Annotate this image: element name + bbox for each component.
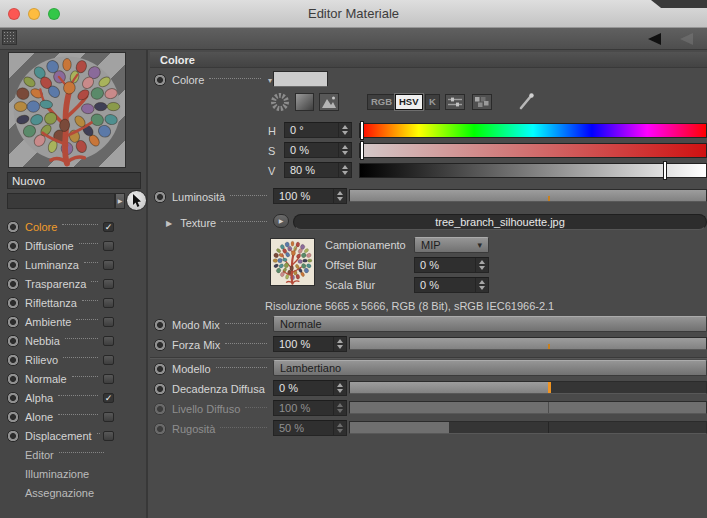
brightness-slider[interactable] xyxy=(349,189,707,202)
mixer-sliders-icon[interactable] xyxy=(445,94,465,110)
mix-strength-stepper[interactable]: 100 % xyxy=(273,336,347,352)
hue-value[interactable]: 0 ° xyxy=(285,124,338,136)
sidebar-item-illuminazione[interactable]: Illuminazione xyxy=(0,464,148,483)
channel-radio[interactable] xyxy=(7,430,19,442)
k-mode-button[interactable]: K xyxy=(425,94,440,110)
sidebar-item-ambiente[interactable]: Ambiente xyxy=(0,312,148,331)
diffuse-falloff-value[interactable]: 0 % xyxy=(274,382,333,394)
sidebar-item-diffusione[interactable]: Diffusione xyxy=(0,236,148,255)
eyedropper-icon[interactable] xyxy=(517,92,537,112)
sidebar-item-rilievo[interactable]: Rilievo xyxy=(0,350,148,369)
sidebar-item-alpha[interactable]: Alpha ✓ xyxy=(0,388,148,407)
color-spectrum-icon[interactable] xyxy=(295,93,314,111)
brightness-stepper[interactable]: 100 % xyxy=(273,188,347,204)
swatches-icon[interactable] xyxy=(472,94,492,110)
scale-blur-stepper[interactable]: 0 % xyxy=(414,277,489,293)
shader-popup-arrow-icon[interactable]: ▶ xyxy=(115,193,125,209)
channel-checkbox[interactable]: ✓ xyxy=(103,393,114,403)
stepper-arrows-icon[interactable] xyxy=(338,143,351,157)
channel-radio[interactable] xyxy=(7,240,19,252)
history-back-icon[interactable] xyxy=(648,33,661,45)
sampling-dropdown[interactable]: MIP ▾ xyxy=(414,237,489,253)
material-name-field[interactable]: Nuovo xyxy=(7,172,141,189)
sidebar-item-luminanza[interactable]: Luminanza xyxy=(0,255,148,274)
model-dropdown[interactable]: Lambertiano xyxy=(273,360,707,376)
diffuse-falloff-slider[interactable] xyxy=(349,381,707,394)
hsv-mode-button[interactable]: HSV xyxy=(395,94,423,110)
sidebar-item-nebbia[interactable]: Nebbia xyxy=(0,331,148,350)
sidebar-item-editor[interactable]: Editor xyxy=(0,445,148,464)
slider-handle[interactable] xyxy=(548,382,551,393)
sidebar-item-normale[interactable]: Normale xyxy=(0,369,148,388)
sidebar-item-displacement[interactable]: Displacement xyxy=(0,426,148,445)
channel-radio[interactable] xyxy=(7,411,19,423)
mix-strength-value[interactable]: 100 % xyxy=(274,338,333,350)
texture-thumbnail[interactable] xyxy=(270,238,315,286)
mix-mode-dropdown[interactable]: Normale xyxy=(273,316,707,332)
channel-checkbox[interactable] xyxy=(103,336,114,346)
value-stepper[interactable]: 80 % xyxy=(284,162,352,178)
param-radio[interactable] xyxy=(154,319,166,331)
saturation-slider-handle[interactable] xyxy=(361,142,363,159)
collapse-arrow-icon[interactable]: ▾ xyxy=(268,76,272,85)
color-wheel-icon[interactable] xyxy=(270,92,290,112)
param-radio[interactable] xyxy=(154,363,166,375)
stepper-arrows-icon[interactable] xyxy=(333,189,346,203)
stepper-arrows-icon[interactable] xyxy=(338,123,351,137)
value-slider-handle[interactable] xyxy=(664,162,666,179)
channel-checkbox[interactable] xyxy=(103,241,114,251)
value-value[interactable]: 80 % xyxy=(285,164,338,176)
saturation-slider[interactable] xyxy=(359,143,707,158)
stepper-arrows-icon[interactable] xyxy=(338,163,351,177)
channel-checkbox[interactable] xyxy=(103,355,114,365)
channel-checkbox[interactable] xyxy=(103,412,114,422)
channel-checkbox[interactable] xyxy=(103,374,114,384)
channel-checkbox[interactable] xyxy=(103,317,114,327)
drag-handle-icon[interactable] xyxy=(2,30,17,45)
channel-radio[interactable] xyxy=(7,373,19,385)
sidebar-item-assegnazione[interactable]: Assegnazione xyxy=(0,483,148,502)
sidebar-item-trasparenza[interactable]: Trasparenza xyxy=(0,274,148,293)
param-radio[interactable] xyxy=(154,339,166,351)
brightness-value[interactable]: 100 % xyxy=(274,190,333,202)
channel-radio[interactable] xyxy=(7,316,19,328)
sidebar-item-riflettanza[interactable]: Riflettanza xyxy=(0,293,148,312)
channel-radio[interactable] xyxy=(7,259,19,271)
pick-material-button[interactable] xyxy=(126,190,147,211)
rgb-mode-button[interactable]: RGB xyxy=(367,94,396,110)
hue-slider[interactable] xyxy=(359,123,707,138)
channel-radio[interactable] xyxy=(7,335,19,347)
material-preview[interactable] xyxy=(8,52,126,168)
shader-field[interactable] xyxy=(7,193,115,209)
texture-file-field[interactable]: tree_branch_silhouette.jpg xyxy=(293,214,707,230)
channel-radio[interactable] xyxy=(7,392,19,404)
channel-checkbox[interactable] xyxy=(103,431,114,441)
scale-blur-value[interactable]: 0 % xyxy=(415,279,475,291)
channel-checkbox[interactable] xyxy=(103,298,114,308)
channel-radio[interactable] xyxy=(7,354,19,366)
hue-slider-handle[interactable] xyxy=(361,122,363,139)
disclosure-arrow-icon[interactable]: ▶ xyxy=(166,219,172,228)
channel-checkbox[interactable] xyxy=(103,279,114,289)
diffuse-falloff-stepper[interactable]: 0 % xyxy=(273,380,347,396)
param-radio[interactable] xyxy=(154,191,166,203)
stepper-arrows-icon[interactable] xyxy=(475,278,488,292)
texture-popup-button[interactable]: ▶ xyxy=(273,214,289,228)
channel-radio[interactable] xyxy=(7,297,19,309)
param-radio[interactable] xyxy=(154,74,166,86)
image-picker-icon[interactable] xyxy=(319,93,339,111)
color-swatch[interactable] xyxy=(273,71,328,87)
stepper-arrows-icon[interactable] xyxy=(333,381,346,395)
saturation-value[interactable]: 0 % xyxy=(285,144,338,156)
channel-checkbox[interactable] xyxy=(103,260,114,270)
offset-blur-stepper[interactable]: 0 % xyxy=(414,257,489,273)
hue-stepper[interactable]: 0 ° xyxy=(284,122,352,138)
value-slider[interactable] xyxy=(359,163,707,178)
mix-strength-slider[interactable] xyxy=(349,337,707,350)
channel-checkbox[interactable]: ✓ xyxy=(103,222,114,232)
offset-blur-value[interactable]: 0 % xyxy=(415,259,475,271)
channel-radio[interactable] xyxy=(7,221,19,233)
stepper-arrows-icon[interactable] xyxy=(333,337,346,351)
channel-radio[interactable] xyxy=(7,278,19,290)
stepper-arrows-icon[interactable] xyxy=(475,258,488,272)
